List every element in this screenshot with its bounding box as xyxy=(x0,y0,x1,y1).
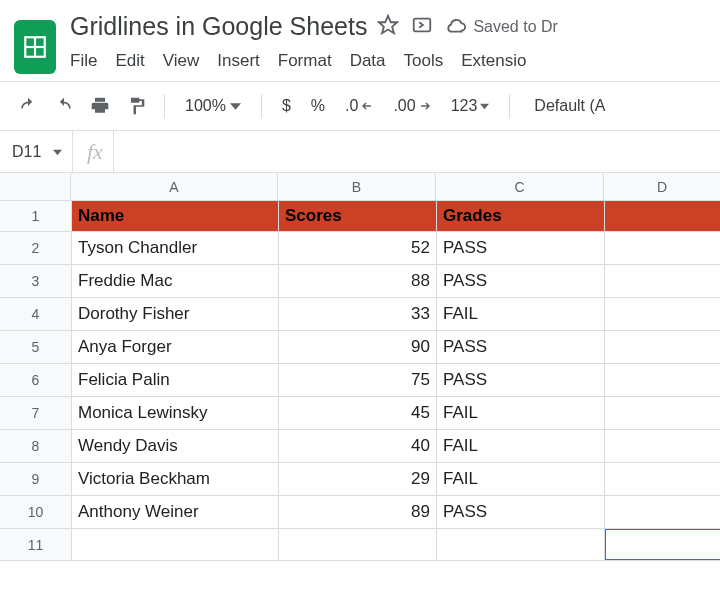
menu-edit[interactable]: Edit xyxy=(115,51,144,71)
table-row: Anthony Weiner 89 PASS xyxy=(72,496,720,529)
cell[interactable]: PASS xyxy=(437,331,605,364)
cell[interactable]: Anya Forger xyxy=(72,331,279,364)
decrease-decimal-button[interactable]: .0 xyxy=(339,97,379,115)
format-percent-button[interactable]: % xyxy=(305,97,331,115)
table-row: Dorothy Fisher 33 FAIL xyxy=(72,298,720,331)
row-header[interactable]: 7 xyxy=(0,397,72,430)
name-box[interactable]: D11 xyxy=(0,143,72,161)
cell[interactable] xyxy=(605,331,720,364)
cell[interactable] xyxy=(605,201,720,232)
menu-file[interactable]: File xyxy=(70,51,97,71)
row-headers: 1 2 3 4 5 6 7 8 9 10 11 xyxy=(0,201,72,561)
cell[interactable]: 90 xyxy=(279,331,437,364)
menu-insert[interactable]: Insert xyxy=(217,51,260,71)
cell[interactable]: Felicia Palin xyxy=(72,364,279,397)
row-header[interactable]: 9 xyxy=(0,463,72,496)
cell[interactable]: PASS xyxy=(437,265,605,298)
print-button[interactable] xyxy=(86,92,114,120)
more-formats-button[interactable]: 123 xyxy=(445,97,496,115)
row-header[interactable]: 5 xyxy=(0,331,72,364)
cell[interactable]: Wendy Davis xyxy=(72,430,279,463)
formula-input[interactable] xyxy=(114,131,720,172)
col-header-b[interactable]: B xyxy=(278,173,436,201)
cell[interactable] xyxy=(605,463,720,496)
cell[interactable]: Dorothy Fisher xyxy=(72,298,279,331)
cell[interactable] xyxy=(605,496,720,529)
row-header[interactable]: 6 xyxy=(0,364,72,397)
table-row: Freddie Mac 88 PASS xyxy=(72,265,720,298)
redo-button[interactable] xyxy=(50,92,78,120)
select-all-corner[interactable] xyxy=(0,173,71,201)
menu-view[interactable]: View xyxy=(163,51,200,71)
cell[interactable]: 33 xyxy=(279,298,437,331)
toolbar: 100% $ % .0 .00 123 Default (A xyxy=(0,81,720,131)
star-icon[interactable] xyxy=(377,14,399,40)
cell[interactable] xyxy=(605,232,720,265)
cell[interactable] xyxy=(437,529,605,561)
col-header-a[interactable]: A xyxy=(71,173,278,201)
chevron-down-icon xyxy=(230,101,241,112)
cell[interactable]: Scores xyxy=(279,201,437,232)
cell[interactable]: 89 xyxy=(279,496,437,529)
undo-button[interactable] xyxy=(14,92,42,120)
font-select[interactable]: Default (A xyxy=(524,97,609,115)
table-row: Monica Lewinsky 45 FAIL xyxy=(72,397,720,430)
row-header[interactable]: 2 xyxy=(0,232,72,265)
active-cell[interactable] xyxy=(605,529,720,561)
row-header[interactable]: 8 xyxy=(0,430,72,463)
row-header[interactable]: 11 xyxy=(0,529,72,561)
menu-format[interactable]: Format xyxy=(278,51,332,71)
cell[interactable] xyxy=(605,364,720,397)
cell[interactable] xyxy=(605,298,720,331)
zoom-select[interactable]: 100% xyxy=(179,97,247,115)
cell[interactable]: 52 xyxy=(279,232,437,265)
menu-extensions[interactable]: Extensio xyxy=(461,51,526,71)
svg-marker-5 xyxy=(230,103,241,110)
menu-tools[interactable]: Tools xyxy=(404,51,444,71)
cell[interactable]: 29 xyxy=(279,463,437,496)
increase-decimal-button[interactable]: .00 xyxy=(387,97,436,115)
cell[interactable]: Grades xyxy=(437,201,605,232)
paint-format-button[interactable] xyxy=(122,92,150,120)
cell[interactable]: 40 xyxy=(279,430,437,463)
col-header-c[interactable]: C xyxy=(436,173,604,201)
row-header[interactable]: 3 xyxy=(0,265,72,298)
cell[interactable] xyxy=(605,430,720,463)
menu-bar: File Edit View Insert Format Data Tools … xyxy=(70,41,710,81)
cell[interactable]: FAIL xyxy=(437,463,605,496)
cell[interactable]: PASS xyxy=(437,364,605,397)
table-header-row: Name Scores Grades xyxy=(72,201,720,232)
cell[interactable]: Monica Lewinsky xyxy=(72,397,279,430)
row-header[interactable]: 4 xyxy=(0,298,72,331)
table-row: Tyson Chandler 52 PASS xyxy=(72,232,720,265)
cell[interactable]: Name xyxy=(72,201,279,232)
svg-marker-6 xyxy=(480,103,489,108)
cell[interactable]: PASS xyxy=(437,232,605,265)
row-header[interactable]: 10 xyxy=(0,496,72,529)
cell[interactable]: Freddie Mac xyxy=(72,265,279,298)
cell[interactable]: FAIL xyxy=(437,298,605,331)
cell[interactable] xyxy=(279,529,437,561)
cell[interactable]: PASS xyxy=(437,496,605,529)
cell[interactable]: 88 xyxy=(279,265,437,298)
doc-title[interactable]: Gridlines in Google Sheets xyxy=(70,12,367,41)
cell[interactable]: Victoria Beckham xyxy=(72,463,279,496)
chevron-down-icon xyxy=(53,143,62,161)
cell[interactable]: Anthony Weiner xyxy=(72,496,279,529)
cell[interactable]: Tyson Chandler xyxy=(72,232,279,265)
menu-data[interactable]: Data xyxy=(350,51,386,71)
cell[interactable]: FAIL xyxy=(437,430,605,463)
cloud-status[interactable]: Saved to Dr xyxy=(445,16,557,38)
svg-marker-3 xyxy=(379,15,397,32)
format-currency-button[interactable]: $ xyxy=(276,97,297,115)
cell[interactable]: 75 xyxy=(279,364,437,397)
cell[interactable] xyxy=(72,529,279,561)
cell[interactable] xyxy=(605,265,720,298)
cell[interactable] xyxy=(605,397,720,430)
row-header[interactable]: 1 xyxy=(0,201,72,232)
cell[interactable]: FAIL xyxy=(437,397,605,430)
cell[interactable]: 45 xyxy=(279,397,437,430)
toolbar-separator xyxy=(164,94,165,118)
move-icon[interactable] xyxy=(411,14,433,40)
col-header-d[interactable]: D xyxy=(604,173,720,201)
